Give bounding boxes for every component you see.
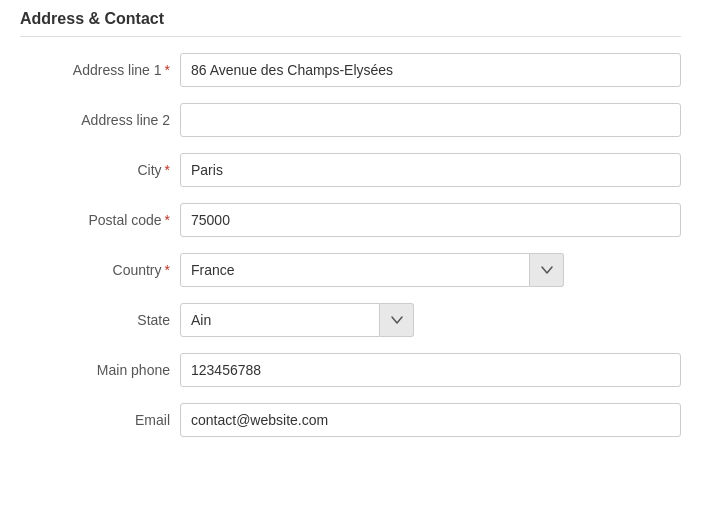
email-row: Email bbox=[20, 403, 681, 437]
country-select-wrapper: France Germany Spain Italy United Kingdo… bbox=[180, 253, 564, 287]
address-line-1-input[interactable] bbox=[180, 53, 681, 87]
section-container: Address & Contact Address line 1* Addres… bbox=[20, 10, 681, 437]
city-row: City* bbox=[20, 153, 681, 187]
main-phone-label: Main phone bbox=[20, 362, 180, 378]
country-row: Country* France Germany Spain Italy Unit… bbox=[20, 253, 681, 287]
address-line-2-input[interactable] bbox=[180, 103, 681, 137]
section-title: Address & Contact bbox=[20, 10, 681, 37]
state-label: State bbox=[20, 312, 180, 328]
state-select[interactable]: Ain Aisne Allier Alpes-de-Haute-Provence bbox=[180, 303, 380, 337]
state-row: State Ain Aisne Allier Alpes-de-Haute-Pr… bbox=[20, 303, 681, 337]
required-indicator: * bbox=[165, 62, 170, 78]
postal-code-label: Postal code* bbox=[20, 212, 180, 228]
email-label: Email bbox=[20, 412, 180, 428]
chevron-down-icon bbox=[391, 314, 403, 326]
main-phone-input[interactable] bbox=[180, 353, 681, 387]
city-input[interactable] bbox=[180, 153, 681, 187]
state-select-arrow[interactable] bbox=[380, 303, 414, 337]
address-line-2-row: Address line 2 bbox=[20, 103, 681, 137]
main-phone-row: Main phone bbox=[20, 353, 681, 387]
chevron-down-icon bbox=[541, 264, 553, 276]
required-indicator: * bbox=[165, 212, 170, 228]
postal-code-row: Postal code* bbox=[20, 203, 681, 237]
postal-code-input[interactable] bbox=[180, 203, 681, 237]
address-line-1-row: Address line 1* bbox=[20, 53, 681, 87]
required-indicator: * bbox=[165, 262, 170, 278]
city-label: City* bbox=[20, 162, 180, 178]
required-indicator: * bbox=[165, 162, 170, 178]
country-select[interactable]: France Germany Spain Italy United Kingdo… bbox=[180, 253, 530, 287]
country-select-arrow[interactable] bbox=[530, 253, 564, 287]
country-label: Country* bbox=[20, 262, 180, 278]
address-line-2-label: Address line 2 bbox=[20, 112, 180, 128]
state-select-wrapper: Ain Aisne Allier Alpes-de-Haute-Provence bbox=[180, 303, 414, 337]
email-input[interactable] bbox=[180, 403, 681, 437]
address-line-1-label: Address line 1* bbox=[20, 62, 180, 78]
